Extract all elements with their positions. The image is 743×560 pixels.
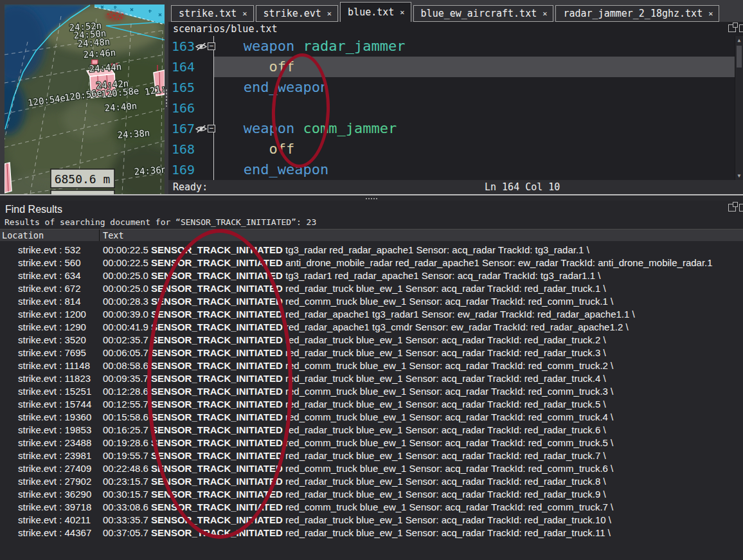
code-line-text[interactable]: end_weapon bbox=[214, 77, 735, 98]
tab-close-icon[interactable]: ✕ bbox=[400, 8, 404, 17]
result-row[interactable]: strike.evt : 63400:00:25.0 SENSOR_TRACK_… bbox=[0, 269, 743, 282]
tab-radar_jammer_2_18ghz.txt[interactable]: radar_jammer_2_18ghz.txt✕ bbox=[555, 5, 719, 22]
column-header-text[interactable]: Text bbox=[100, 230, 124, 240]
result-row[interactable]: strike.evt : 53200:00:22.5 SENSOR_TRACK_… bbox=[0, 243, 743, 256]
result-row[interactable]: strike.evt : 2790200:23:15.7 SENSOR_TRAC… bbox=[0, 474, 743, 487]
editor-lines: 163− weapon radar_jammer164 off165 end_w… bbox=[168, 36, 735, 180]
editor-scrollbar[interactable]: ▲ ▼ bbox=[735, 36, 743, 180]
gutter: 169 bbox=[168, 159, 214, 180]
close-panel-icon[interactable] bbox=[739, 204, 743, 212]
result-row[interactable]: strike.evt : 769500:06:05.7 SENSOR_TRACK… bbox=[0, 346, 743, 359]
float-window-icon[interactable] bbox=[728, 204, 736, 212]
result-location: strike.evt : 23488 bbox=[0, 437, 100, 448]
editor-line-167[interactable]: 167− weapon comm_jammer bbox=[168, 118, 735, 139]
result-row[interactable]: strike.evt : 352000:02:35.7 SENSOR_TRACK… bbox=[0, 333, 743, 346]
result-location: strike.evt : 532 bbox=[0, 244, 100, 255]
result-location: strike.evt : 11823 bbox=[0, 373, 100, 384]
result-location: strike.evt : 40211 bbox=[0, 514, 100, 525]
column-header-location[interactable]: Location bbox=[0, 230, 100, 241]
result-text: 00:00:25.0 SENSOR_TRACK_INITIATED tg3_ra… bbox=[100, 270, 743, 281]
scroll-down-icon[interactable]: ▼ bbox=[735, 172, 743, 180]
tab-close-icon[interactable]: ✕ bbox=[242, 9, 247, 18]
result-location: strike.evt : 560 bbox=[0, 257, 100, 268]
result-row[interactable]: strike.evt : 56000:00:22.5 SENSOR_TRACK_… bbox=[0, 256, 743, 269]
result-text: 00:19:28.6 SENSOR_TRACK_INITIATED red_co… bbox=[100, 437, 743, 448]
result-row[interactable]: strike.evt : 67200:00:25.0 SENSOR_TRACK_… bbox=[0, 282, 743, 294]
result-row[interactable]: strike.evt : 1574400:12:55.7 SENSOR_TRAC… bbox=[0, 397, 743, 410]
result-row[interactable]: strike.evt : 2398100:19:55.7 SENSOR_TRAC… bbox=[0, 449, 743, 462]
editor-line-163[interactable]: 163− weapon radar_jammer bbox=[168, 36, 735, 57]
result-location: strike.evt : 15251 bbox=[0, 386, 100, 397]
result-location: strike.evt : 634 bbox=[0, 270, 100, 281]
result-location: strike.evt : 3520 bbox=[0, 334, 100, 345]
scroll-up-icon[interactable]: ▲ bbox=[735, 36, 743, 44]
result-location: strike.evt : 19360 bbox=[0, 411, 100, 422]
tab-label: strike.evt bbox=[264, 8, 321, 19]
map-3d-view[interactable]: 24:52n24:50n24:48n24:46n24:44n24:42n24:4… bbox=[4, 5, 165, 194]
result-text: 00:02:35.7 SENSOR_TRACK_INITIATED red_ra… bbox=[100, 334, 743, 345]
gutter: 165 bbox=[168, 77, 214, 98]
close-panel-icon[interactable] bbox=[739, 24, 743, 32]
result-location: strike.evt : 672 bbox=[0, 283, 100, 294]
application-window: 24:52n24:50n24:48n24:46n24:44n24:42n24:4… bbox=[0, 0, 743, 560]
result-row[interactable]: strike.evt : 1114800:08:58.6 SENSOR_TRAC… bbox=[0, 359, 743, 372]
map-scale-label: 6850.6 m bbox=[55, 172, 111, 186]
editor-line-168[interactable]: 168 off bbox=[168, 139, 735, 159]
tab-strike.evt[interactable]: strike.evt✕ bbox=[256, 5, 339, 22]
result-location: strike.evt : 19853 bbox=[0, 424, 100, 435]
editor-status-bar: Ready: Ln 164 Col 10 bbox=[168, 180, 743, 194]
code-line-text[interactable]: off bbox=[214, 57, 735, 77]
tab-close-icon[interactable]: ✕ bbox=[542, 9, 547, 18]
result-row[interactable]: strike.evt : 81400:00:28.3 SENSOR_TRACK_… bbox=[0, 294, 743, 307]
eye-hidden-icon[interactable] bbox=[195, 125, 207, 133]
gutter: 168 bbox=[168, 139, 214, 159]
result-location: strike.evt : 44367 bbox=[0, 527, 100, 538]
result-text: 00:00:25.0 SENSOR_TRACK_INITIATED red_ra… bbox=[100, 283, 743, 294]
result-row[interactable]: strike.evt : 129000:00:41.9 SENSOR_TRACK… bbox=[0, 320, 743, 333]
result-row[interactable]: strike.evt : 2740900:22:48.6 SENSOR_TRAC… bbox=[0, 462, 743, 474]
result-row[interactable]: strike.evt : 1525100:12:28.6 SENSOR_TRAC… bbox=[0, 384, 743, 397]
result-row[interactable]: strike.evt : 1182300:09:35.7 SENSOR_TRAC… bbox=[0, 372, 743, 384]
code-line-text[interactable]: weapon radar_jammer bbox=[214, 36, 735, 57]
results-header: Location Text bbox=[0, 229, 743, 241]
tab-close-icon[interactable]: ✕ bbox=[327, 9, 332, 18]
result-row[interactable]: strike.evt : 2348800:19:28.6 SENSOR_TRAC… bbox=[0, 436, 743, 449]
tab-strike.txt[interactable]: strike.txt✕ bbox=[171, 5, 254, 22]
code-line-text[interactable]: off bbox=[214, 139, 735, 159]
scrollbar-thumb[interactable] bbox=[737, 46, 742, 68]
horizontal-splitter[interactable] bbox=[0, 194, 743, 201]
result-row[interactable]: strike.evt : 3971800:33:08.6 SENSOR_TRAC… bbox=[0, 500, 743, 513]
result-text: 00:19:55.7 SENSOR_TRACK_INITIATED red_ra… bbox=[100, 450, 743, 461]
eye-hidden-icon[interactable] bbox=[195, 42, 207, 51]
tab-blue.txt[interactable]: blue.txt✕ bbox=[340, 2, 411, 22]
editor-line-169[interactable]: 169 end_weapon bbox=[168, 159, 735, 180]
code-line-text[interactable]: weapon comm_jammer bbox=[214, 118, 735, 139]
result-location: strike.evt : 15744 bbox=[0, 399, 100, 410]
result-row[interactable]: strike.evt : 1936000:15:58.6 SENSOR_TRAC… bbox=[0, 410, 743, 423]
result-text: 00:00:39.0 SENSOR_TRACK_INITIATED red_ra… bbox=[100, 309, 743, 320]
result-location: strike.evt : 39718 bbox=[0, 501, 100, 512]
result-row[interactable]: strike.evt : 4436700:37:05.7 SENSOR_TRAC… bbox=[0, 526, 743, 539]
tab-close-icon[interactable]: ✕ bbox=[708, 9, 713, 18]
result-row[interactable]: strike.evt : 3629000:30:15.7 SENSOR_TRAC… bbox=[0, 487, 743, 500]
code-editor[interactable]: 163− weapon radar_jammer164 off165 end_w… bbox=[168, 36, 743, 180]
result-text: 00:06:05.7 SENSOR_TRACK_INITIATED red_ra… bbox=[100, 347, 743, 358]
result-row[interactable]: strike.evt : 1985300:16:25.7 SENSOR_TRAC… bbox=[0, 423, 743, 436]
code-line-text[interactable] bbox=[214, 98, 735, 118]
result-text: 00:22:48.6 SENSOR_TRACK_INITIATED red_co… bbox=[100, 463, 743, 474]
editor-line-165[interactable]: 165 end_weapon bbox=[168, 77, 735, 98]
tab-label: radar_jammer_2_18ghz.txt bbox=[563, 8, 703, 19]
result-location: strike.evt : 11148 bbox=[0, 360, 100, 371]
map-scale-indicator: 6850.6 m bbox=[51, 169, 114, 194]
tab-label: strike.txt bbox=[179, 8, 237, 19]
editor-pane: strike.txt✕strike.evt✕blue.txt✕blue_ew_a… bbox=[168, 0, 743, 194]
float-window-icon[interactable] bbox=[728, 24, 736, 32]
tab-label: blue_ew_aircraft.txt bbox=[421, 8, 537, 19]
editor-line-166[interactable]: 166 bbox=[168, 98, 735, 118]
result-row[interactable]: strike.evt : 120000:00:39.0 SENSOR_TRACK… bbox=[0, 307, 743, 320]
code-line-text[interactable]: end_weapon bbox=[214, 159, 735, 180]
editor-line-164[interactable]: 164 off bbox=[168, 57, 735, 77]
result-text: 00:00:22.5 SENSOR_TRACK_INITIATED tg3_ra… bbox=[100, 244, 743, 255]
result-row[interactable]: strike.evt : 4021100:33:35.7 SENSOR_TRAC… bbox=[0, 513, 743, 526]
tab-blue_ew_aircraft.txt[interactable]: blue_ew_aircraft.txt✕ bbox=[413, 5, 554, 22]
